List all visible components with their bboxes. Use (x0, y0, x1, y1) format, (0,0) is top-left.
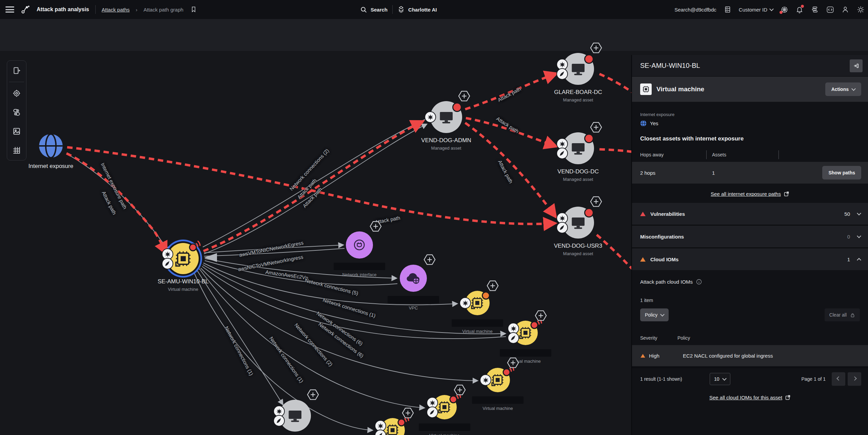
expand-node-button[interactable] (590, 121, 603, 134)
show-paths-button[interactable]: Show paths (822, 166, 861, 179)
asset-type-label: Virtual machine (656, 86, 704, 93)
section-vulnerabilities[interactable]: Vulnerabilities 50 (632, 203, 868, 225)
globe-icon (640, 120, 647, 127)
screenshot-icon[interactable] (12, 126, 22, 136)
cloud-ioms-count: 1 (847, 257, 850, 262)
col-assets[interactable]: Assets (712, 152, 778, 157)
grid-icon[interactable] (12, 145, 22, 155)
threat-badge-icon (162, 249, 173, 259)
top-bar: Attack path analysis Attack paths › Atta… (0, 0, 868, 19)
charlotte-ai-icon (397, 6, 405, 13)
breadcrumb-separator: › (136, 7, 137, 13)
expand-node-button[interactable] (590, 42, 603, 55)
asset-node-icon[interactable] (279, 400, 311, 432)
closest-assets-title: Closest assets with internet exposure (640, 135, 860, 142)
vm-main-node-icon[interactable] (167, 243, 199, 274)
account-search-label[interactable]: Search@d9cdfbdc (674, 7, 716, 13)
global-search-button[interactable]: Search (360, 6, 388, 13)
col-policy[interactable]: Policy (677, 335, 690, 341)
items-count: 1 item (632, 298, 868, 303)
virtual-machine-icon (640, 83, 652, 95)
threat-badge-icon (557, 213, 567, 223)
iom-row[interactable]: High EC2 NACL configured for global ingr… (632, 345, 868, 366)
app-logo-icon (20, 4, 31, 15)
section-cloud-ioms[interactable]: Cloud IOMs 1 (632, 248, 868, 270)
user-profile-icon[interactable] (841, 5, 849, 14)
expand-node-button[interactable] (369, 221, 382, 233)
asset-node-icon[interactable] (562, 132, 594, 164)
actions-button[interactable]: Actions (825, 82, 861, 96)
vulnerabilities-count: 50 (844, 211, 850, 217)
page-label: Page 1 of 1 (730, 376, 832, 382)
expand-node-button[interactable] (453, 384, 466, 397)
threat-badge-icon (425, 112, 435, 122)
info-icon[interactable] (696, 279, 702, 285)
see-all-cloud-ioms-link[interactable]: See all cloud IOMs for this asset (709, 395, 782, 400)
code-console-icon[interactable] (826, 5, 834, 14)
focus-target-icon[interactable] (12, 88, 22, 98)
notifications-bell-icon[interactable] (795, 5, 804, 14)
expand-node-button[interactable] (423, 254, 436, 267)
bookmark-icon[interactable] (190, 5, 198, 14)
threat-badge-icon (557, 139, 567, 149)
customer-id-dropdown[interactable]: Customer ID (739, 7, 773, 13)
threat-badge-icon (557, 59, 567, 70)
see-all-exposure-paths-link[interactable]: See all internet exposure paths (711, 191, 781, 197)
next-page-button[interactable] (848, 372, 861, 386)
cloud-node-icon[interactable] (400, 265, 427, 292)
expand-node-button[interactable] (590, 196, 603, 209)
internet-exposure-value: Yes (650, 120, 658, 126)
asset-node-icon[interactable] (562, 207, 594, 239)
col-hops-away[interactable]: Hops away (640, 152, 706, 157)
results-summary: 1 result (1-1 shown) (640, 376, 710, 382)
severity-high-icon (640, 257, 646, 262)
external-link-icon (785, 395, 791, 400)
search-icon (360, 6, 367, 13)
layers-stack-icon[interactable] (811, 5, 819, 14)
menu-icon[interactable] (5, 6, 14, 13)
falcon-web-icon[interactable] (780, 5, 788, 14)
divider (95, 5, 96, 14)
attack-path-ioms-label: Attack path cloud IOMs (640, 279, 693, 285)
expand-node-button[interactable] (401, 407, 414, 420)
expand-panel-icon[interactable] (12, 65, 22, 76)
col-severity[interactable]: Severity (640, 335, 677, 341)
threat-badge-icon (480, 375, 491, 385)
threat-badge-icon (557, 69, 567, 79)
nic-node-icon[interactable] (346, 231, 373, 259)
prev-page-button[interactable] (832, 372, 845, 386)
graph-toolbar (7, 60, 26, 160)
assets-value: 1 (712, 170, 822, 176)
threat-badge-icon (508, 323, 518, 334)
chevron-down-icon (857, 234, 861, 238)
theme-sun-icon[interactable] (856, 5, 865, 14)
layout-controls-icon[interactable] (12, 107, 22, 117)
lock-icon (850, 313, 855, 318)
server-icon[interactable] (724, 5, 732, 14)
asset-detail-panel: SE-AMU-WIN10-BL Virtual machine Actions … (631, 55, 868, 435)
expand-node-button[interactable] (486, 280, 499, 293)
collapse-panel-button[interactable] (850, 59, 863, 72)
misconfigurations-count: 0 (847, 234, 850, 240)
charlotte-ai-button[interactable]: Charlotte AI (397, 6, 437, 13)
iom-policy: EC2 NACL configured for global ingress (683, 353, 773, 359)
expand-node-button[interactable] (534, 310, 547, 323)
policy-filter-dropdown[interactable]: Policy (640, 308, 669, 321)
threat-badge-icon (274, 416, 284, 426)
page-size-select[interactable]: 10 (710, 373, 730, 385)
threat-badge-icon (162, 259, 173, 269)
threat-badge-icon (427, 398, 437, 408)
divider (9, 82, 24, 82)
clear-all-button[interactable]: Clear all (825, 308, 860, 321)
workspace: Internet exposure pathAttack pathNetwork… (0, 19, 868, 435)
breadcrumb-current: Attack path graph (143, 7, 183, 13)
section-misconfigurations[interactable]: Misconfigurations 0 (632, 226, 868, 247)
panel-title-row: SE-AMU-WIN10-BL (632, 55, 868, 77)
hops-value: 2 hops (640, 170, 712, 176)
expand-node-button[interactable] (458, 90, 471, 103)
asset-node-icon[interactable] (562, 53, 594, 85)
expand-node-button[interactable] (307, 389, 319, 402)
breadcrumb-attack-paths[interactable]: Attack paths (102, 7, 130, 13)
expand-node-button[interactable] (507, 357, 519, 370)
globe-node-icon[interactable] (38, 133, 64, 159)
